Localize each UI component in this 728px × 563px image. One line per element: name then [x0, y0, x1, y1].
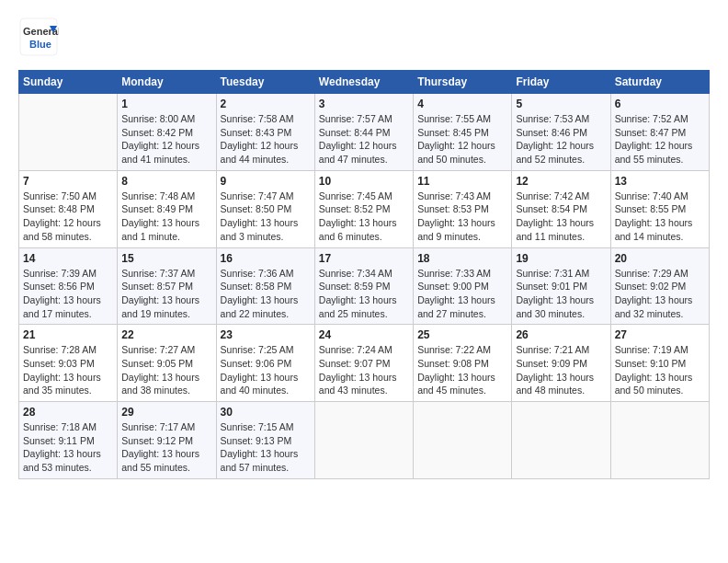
day-info: Sunrise: 7:45 AM Sunset: 8:52 PM Dayligh…	[319, 190, 409, 244]
calendar-cell: 9Sunrise: 7:47 AM Sunset: 8:50 PM Daylig…	[216, 170, 314, 247]
day-info: Sunrise: 7:21 AM Sunset: 9:09 PM Dayligh…	[516, 343, 606, 397]
day-info: Sunrise: 7:39 AM Sunset: 8:56 PM Dayligh…	[23, 267, 113, 321]
day-info: Sunrise: 7:34 AM Sunset: 8:59 PM Dayligh…	[319, 267, 409, 321]
calendar-cell: 13Sunrise: 7:40 AM Sunset: 8:55 PM Dayli…	[610, 170, 709, 247]
calendar-cell: 29Sunrise: 7:17 AM Sunset: 9:12 PM Dayli…	[118, 402, 216, 479]
day-info: Sunrise: 7:37 AM Sunset: 8:57 PM Dayligh…	[121, 267, 211, 321]
logo: General Blue	[18, 17, 59, 61]
calendar-cell: 1Sunrise: 8:00 AM Sunset: 8:42 PM Daylig…	[118, 94, 216, 171]
day-number: 16	[221, 252, 311, 265]
day-number: 18	[417, 252, 507, 265]
calendar-table: SundayMondayTuesdayWednesdayThursdayFrid…	[18, 70, 710, 479]
day-info: Sunrise: 7:15 AM Sunset: 9:13 PM Dayligh…	[221, 420, 311, 475]
day-info: Sunrise: 7:19 AM Sunset: 9:10 PM Dayligh…	[615, 343, 705, 397]
day-info: Sunrise: 7:50 AM Sunset: 8:48 PM Dayligh…	[23, 190, 113, 244]
calendar-cell: 2Sunrise: 7:58 AM Sunset: 8:43 PM Daylig…	[216, 94, 314, 171]
day-number: 7	[23, 175, 113, 188]
calendar-cell: 4Sunrise: 7:55 AM Sunset: 8:45 PM Daylig…	[414, 94, 512, 171]
day-number: 4	[417, 98, 507, 110]
day-number: 26	[516, 328, 606, 341]
day-number: 12	[516, 175, 606, 188]
calendar-cell: 25Sunrise: 7:22 AM Sunset: 9:08 PM Dayli…	[414, 325, 512, 402]
day-number: 8	[121, 175, 211, 188]
day-number: 6	[615, 98, 705, 110]
day-info: Sunrise: 7:40 AM Sunset: 8:55 PM Dayligh…	[615, 190, 705, 244]
header: General Blue	[18, 17, 710, 61]
day-number: 24	[319, 328, 409, 341]
calendar-cell: 15Sunrise: 7:37 AM Sunset: 8:57 PM Dayli…	[118, 247, 216, 325]
day-number: 15	[121, 252, 211, 265]
calendar-cell: 21Sunrise: 7:28 AM Sunset: 9:03 PM Dayli…	[19, 325, 118, 402]
day-number: 22	[121, 328, 211, 341]
header-day-saturday: Saturday	[610, 71, 709, 94]
calendar-cell: 6Sunrise: 7:52 AM Sunset: 8:47 PM Daylig…	[610, 94, 709, 171]
day-number: 11	[417, 175, 507, 188]
header-day-wednesday: Wednesday	[314, 71, 413, 94]
day-number: 21	[23, 328, 113, 341]
calendar-cell: 27Sunrise: 7:19 AM Sunset: 9:10 PM Dayli…	[610, 325, 709, 402]
day-number: 3	[319, 98, 409, 110]
header-day-tuesday: Tuesday	[216, 71, 314, 94]
header-day-sunday: Sunday	[19, 71, 118, 94]
calendar-cell: 18Sunrise: 7:33 AM Sunset: 9:00 PM Dayli…	[414, 247, 512, 325]
calendar-cell: 26Sunrise: 7:21 AM Sunset: 9:09 PM Dayli…	[512, 325, 610, 402]
calendar-cell	[314, 402, 413, 479]
day-info: Sunrise: 7:52 AM Sunset: 8:47 PM Dayligh…	[615, 112, 705, 167]
calendar-cell: 5Sunrise: 7:53 AM Sunset: 8:46 PM Daylig…	[512, 94, 610, 171]
day-info: Sunrise: 7:17 AM Sunset: 9:12 PM Dayligh…	[121, 420, 211, 475]
day-info: Sunrise: 7:42 AM Sunset: 8:54 PM Dayligh…	[516, 190, 606, 244]
day-info: Sunrise: 7:27 AM Sunset: 9:05 PM Dayligh…	[121, 343, 211, 397]
calendar-cell: 22Sunrise: 7:27 AM Sunset: 9:05 PM Dayli…	[118, 325, 216, 402]
day-number: 5	[516, 98, 606, 110]
day-number: 19	[516, 252, 606, 265]
day-number: 1	[121, 98, 211, 110]
week-row-1: 1Sunrise: 8:00 AM Sunset: 8:42 PM Daylig…	[19, 94, 710, 171]
day-number: 9	[221, 175, 311, 188]
day-info: Sunrise: 7:31 AM Sunset: 9:01 PM Dayligh…	[516, 267, 606, 321]
day-info: Sunrise: 7:55 AM Sunset: 8:45 PM Dayligh…	[417, 112, 507, 167]
calendar-cell: 10Sunrise: 7:45 AM Sunset: 8:52 PM Dayli…	[314, 170, 413, 247]
page-container: General Blue SundayMondayTuesdayWednesda…	[0, 0, 728, 488]
day-number: 17	[319, 252, 409, 265]
day-number: 14	[23, 252, 113, 265]
calendar-cell: 20Sunrise: 7:29 AM Sunset: 9:02 PM Dayli…	[610, 247, 709, 325]
calendar-cell	[512, 402, 610, 479]
day-number: 29	[121, 406, 211, 419]
logo-icon: General Blue	[18, 17, 59, 57]
day-info: Sunrise: 7:22 AM Sunset: 9:08 PM Dayligh…	[417, 343, 507, 397]
day-number: 2	[221, 98, 311, 110]
calendar-cell: 24Sunrise: 7:24 AM Sunset: 9:07 PM Dayli…	[314, 325, 413, 402]
day-info: Sunrise: 7:36 AM Sunset: 8:58 PM Dayligh…	[221, 267, 311, 321]
header-day-monday: Monday	[118, 71, 216, 94]
day-number: 13	[615, 175, 705, 188]
day-number: 10	[319, 175, 409, 188]
day-number: 23	[221, 328, 311, 341]
day-info: Sunrise: 7:28 AM Sunset: 9:03 PM Dayligh…	[23, 343, 113, 397]
header-day-thursday: Thursday	[414, 71, 512, 94]
day-info: Sunrise: 7:18 AM Sunset: 9:11 PM Dayligh…	[23, 420, 113, 475]
day-number: 27	[615, 328, 705, 341]
week-row-2: 7Sunrise: 7:50 AM Sunset: 8:48 PM Daylig…	[19, 170, 710, 247]
day-number: 25	[417, 328, 507, 341]
calendar-cell	[414, 402, 512, 479]
day-number: 20	[615, 252, 705, 265]
day-info: Sunrise: 7:47 AM Sunset: 8:50 PM Dayligh…	[221, 190, 311, 244]
calendar-cell	[19, 94, 118, 171]
calendar-cell: 19Sunrise: 7:31 AM Sunset: 9:01 PM Dayli…	[512, 247, 610, 325]
day-number: 30	[221, 406, 311, 419]
day-info: Sunrise: 7:24 AM Sunset: 9:07 PM Dayligh…	[319, 343, 409, 397]
week-row-4: 21Sunrise: 7:28 AM Sunset: 9:03 PM Dayli…	[19, 325, 710, 402]
calendar-cell: 12Sunrise: 7:42 AM Sunset: 8:54 PM Dayli…	[512, 170, 610, 247]
day-info: Sunrise: 7:57 AM Sunset: 8:44 PM Dayligh…	[319, 112, 409, 167]
calendar-cell: 11Sunrise: 7:43 AM Sunset: 8:53 PM Dayli…	[414, 170, 512, 247]
calendar-cell: 3Sunrise: 7:57 AM Sunset: 8:44 PM Daylig…	[314, 94, 413, 171]
header-row: SundayMondayTuesdayWednesdayThursdayFrid…	[19, 71, 710, 94]
calendar-cell: 16Sunrise: 7:36 AM Sunset: 8:58 PM Dayli…	[216, 247, 314, 325]
calendar-cell: 17Sunrise: 7:34 AM Sunset: 8:59 PM Dayli…	[314, 247, 413, 325]
svg-rect-0	[20, 18, 57, 55]
calendar-cell	[610, 402, 709, 479]
day-info: Sunrise: 8:00 AM Sunset: 8:42 PM Dayligh…	[121, 112, 211, 167]
calendar-cell: 7Sunrise: 7:50 AM Sunset: 8:48 PM Daylig…	[19, 170, 118, 247]
calendar-cell: 8Sunrise: 7:48 AM Sunset: 8:49 PM Daylig…	[118, 170, 216, 247]
day-info: Sunrise: 7:29 AM Sunset: 9:02 PM Dayligh…	[615, 267, 705, 321]
